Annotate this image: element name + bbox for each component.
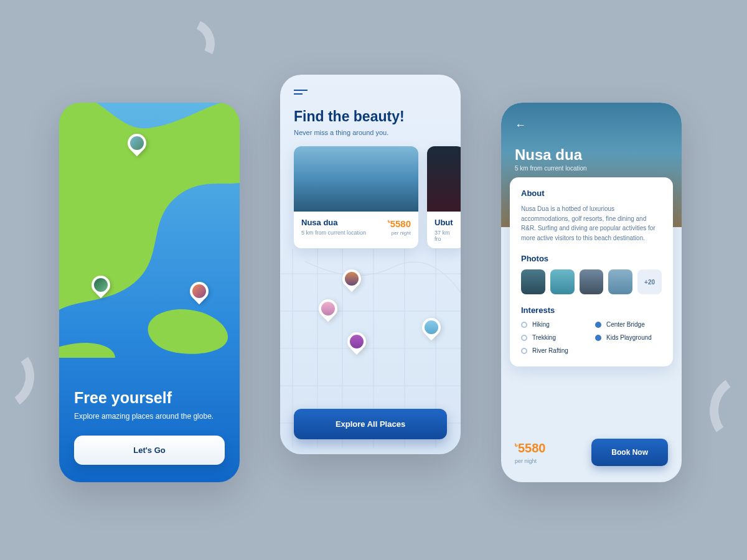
menu-icon[interactable]	[294, 90, 308, 95]
place-card-row[interactable]: Nusa dua 5 km from current location ৳558…	[294, 146, 447, 248]
place-distance: 37 km fro	[435, 230, 457, 242]
place-price: ৳5580	[388, 218, 411, 229]
radio-icon	[521, 335, 527, 341]
interest-item[interactable]: Kids Playground	[595, 334, 662, 341]
map-pin-icon[interactable]	[422, 318, 441, 342]
map-pin-icon[interactable]	[347, 332, 366, 356]
place-distance: 5 km from current location	[301, 230, 366, 236]
explore-all-button[interactable]: Explore All Places	[294, 409, 447, 439]
photo-thumbnail[interactable]	[608, 269, 632, 294]
about-heading: About	[521, 189, 662, 198]
map-pin-icon	[190, 282, 209, 306]
place-name: Nusa dua	[301, 218, 366, 227]
map-pin-icon	[128, 134, 146, 157]
book-now-button[interactable]: Book Now	[591, 439, 668, 466]
lets-go-button[interactable]: Let's Go	[74, 436, 225, 465]
radio-icon	[521, 322, 527, 328]
place-card-image	[294, 146, 418, 212]
explore-subtitle: Never miss a thing around you.	[294, 129, 447, 136]
price-unit: per night	[515, 458, 546, 464]
map-pin-icon[interactable]	[319, 299, 337, 323]
radio-icon	[595, 335, 601, 341]
photo-thumbnail[interactable]	[580, 269, 604, 294]
photo-thumbnails: +20	[521, 269, 662, 294]
place-card[interactable]: Ubut 37 km fro	[427, 146, 461, 248]
onboarding-title: Free yourself	[74, 389, 225, 407]
interest-item[interactable]: Hiking	[521, 321, 588, 328]
screen-detail: ← Nusa dua 5 km from current location Ab…	[501, 103, 682, 482]
place-card[interactable]: Nusa dua 5 km from current location ৳558…	[294, 146, 418, 248]
photos-more-chip[interactable]: +20	[637, 269, 662, 294]
screen-explore: Find the beauty! Never miss a thing arou…	[280, 75, 461, 454]
price-unit: per night	[388, 230, 411, 236]
interests-heading: Interests	[521, 306, 662, 315]
interest-item[interactable]: Center Bridge	[595, 321, 662, 328]
place-card-image	[427, 146, 461, 212]
map-pin-icon	[92, 276, 110, 299]
screen-onboarding: Free yourself Explore amazing places aro…	[59, 103, 240, 482]
interest-item[interactable]: River Rafting	[521, 347, 588, 354]
about-text: Nusa Dua is a hotbed of luxurious accomm…	[521, 204, 662, 243]
radio-icon	[521, 348, 527, 354]
back-arrow-icon[interactable]: ←	[515, 119, 526, 132]
detail-price: ৳5580	[515, 441, 546, 455]
map-pin-icon[interactable]	[342, 269, 361, 293]
photos-heading: Photos	[521, 254, 662, 263]
interest-item[interactable]: Trekking	[521, 334, 588, 341]
radio-icon	[595, 322, 601, 328]
detail-title: Nusa dua	[515, 146, 582, 164]
detail-panel: About Nusa Dua is a hotbed of luxurious …	[510, 177, 673, 366]
detail-subtitle: 5 km from current location	[515, 165, 587, 172]
photo-thumbnail[interactable]	[521, 269, 545, 294]
explore-title: Find the beauty!	[294, 108, 447, 125]
photo-thumbnail[interactable]	[550, 269, 575, 294]
place-name: Ubut	[435, 218, 457, 227]
onboarding-subtitle: Explore amazing places around the globe.	[74, 412, 225, 421]
